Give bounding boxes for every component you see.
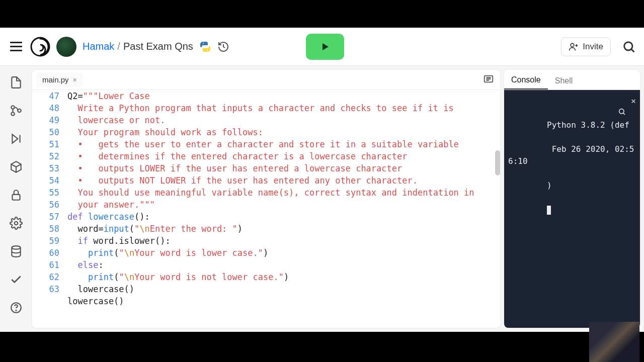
code-content[interactable]: Q2="""Lower Case Write a Python program … (67, 90, 500, 328)
breadcrumb: Hamak / Past Exam Qns (83, 41, 193, 52)
svg-line-7 (631, 49, 634, 52)
debugger-icon[interactable] (10, 132, 23, 145)
packages-icon[interactable] (10, 160, 23, 173)
header-bar: Hamak / Past Exam Qns Invite (0, 28, 644, 66)
settings-icon[interactable] (10, 217, 23, 230)
console-panel: Console Shell ✕ Python 3.8.2 (def Feb 26… (504, 70, 640, 328)
svg-point-6 (624, 42, 632, 50)
webcam-overlay (589, 322, 639, 362)
tab-shell[interactable]: Shell (548, 72, 580, 89)
tab-main-py[interactable]: main.py × (36, 72, 83, 87)
search-icon[interactable] (622, 40, 636, 54)
console-close-icon[interactable]: ✕ (631, 95, 636, 131)
user-avatar[interactable] (56, 37, 76, 57)
line-gutter: 4748495051525354555657585960616263 (32, 90, 67, 328)
app-root: Hamak / Past Exam Qns Invite (0, 28, 644, 332)
breadcrumb-project[interactable]: Past Exam Qns (123, 41, 193, 52)
svg-marker-11 (12, 134, 18, 143)
invite-button[interactable]: Invite (561, 37, 611, 56)
tests-icon[interactable] (10, 273, 23, 286)
tab-label: main.py (42, 75, 69, 84)
invite-icon (569, 42, 579, 52)
menu-icon[interactable] (8, 40, 24, 53)
console-tabs: Console Shell (504, 70, 640, 90)
svg-point-1 (203, 43, 204, 44)
sidebar (0, 66, 32, 332)
svg-point-14 (15, 222, 18, 225)
console-line-3: ) (547, 180, 552, 190)
svg-rect-13 (12, 195, 20, 200)
svg-point-3 (571, 43, 575, 47)
python-icon (199, 41, 211, 53)
secrets-icon[interactable] (10, 189, 23, 202)
console-toolbar: ✕ (560, 95, 636, 131)
editor-tabs: main.py × (32, 70, 500, 90)
editor-panel: main.py × 474849505152535455565758596061… (32, 70, 500, 328)
markdown-toggle-icon[interactable] (481, 71, 496, 88)
console-search-icon[interactable] (560, 95, 626, 131)
svg-point-17 (16, 310, 16, 311)
svg-point-22 (619, 109, 624, 114)
svg-point-8 (11, 106, 15, 109)
console-line-2: Feb 26 2020, 02:56:10 (508, 144, 634, 166)
tab-console[interactable]: Console (504, 71, 548, 89)
scrollbar-thumb[interactable] (495, 150, 500, 175)
history-icon[interactable] (217, 41, 229, 53)
svg-point-0 (31, 38, 49, 56)
play-icon (320, 42, 330, 52)
files-icon[interactable] (10, 76, 23, 89)
breadcrumb-separator: / (117, 41, 120, 52)
version-control-icon[interactable] (10, 104, 23, 117)
breadcrumb-user[interactable]: Hamak (83, 41, 114, 52)
close-icon[interactable]: × (73, 76, 77, 84)
svg-point-2 (207, 50, 208, 51)
run-button[interactable] (306, 34, 344, 60)
svg-point-9 (11, 112, 15, 116)
svg-line-23 (623, 113, 625, 115)
database-icon[interactable] (10, 245, 23, 258)
console-output[interactable]: ✕ Python 3.8.2 (def Feb 26 2020, 02:56:1… (504, 90, 640, 328)
code-editor[interactable]: 4748495051525354555657585960616263 Q2=""… (32, 90, 500, 328)
console-cursor (547, 206, 551, 215)
replit-logo-icon[interactable] (30, 37, 50, 57)
workspace: main.py × 474849505152535455565758596061… (0, 66, 644, 332)
svg-point-15 (12, 246, 20, 249)
help-icon[interactable] (10, 301, 23, 314)
invite-label: Invite (583, 42, 603, 52)
